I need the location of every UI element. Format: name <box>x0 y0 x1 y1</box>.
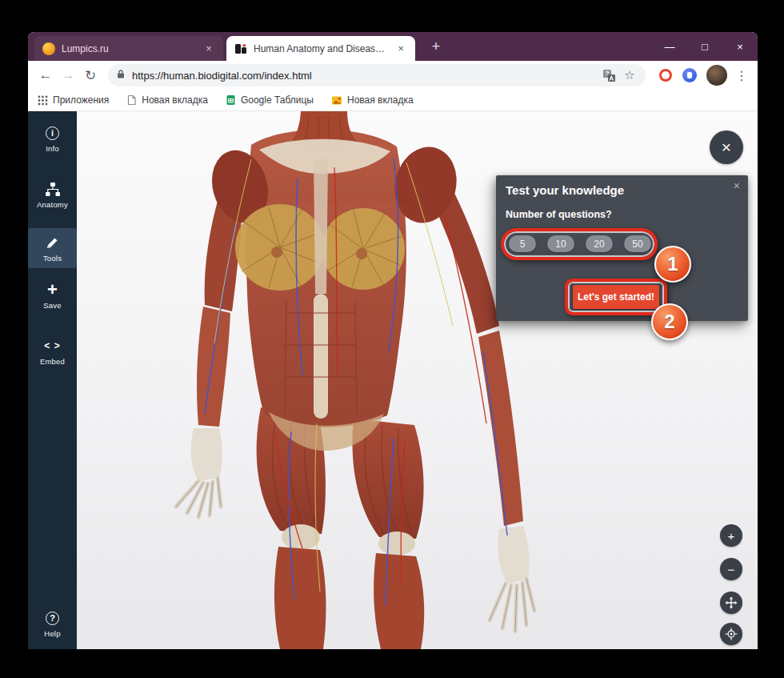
pan-button[interactable] <box>720 592 742 614</box>
minimize-button[interactable]: — <box>652 32 687 61</box>
profile-avatar[interactable] <box>706 65 727 86</box>
bookmark-new-tab-2[interactable]: Новая вкладка <box>331 94 414 106</box>
quiz-dialog: Test your knowledge × Number of question… <box>496 175 748 321</box>
lock-icon <box>116 68 126 82</box>
refresh-button[interactable]: ↻ <box>79 64 102 86</box>
tab-lumpics[interactable]: Lumpics.ru × <box>34 36 223 61</box>
anatomy-viewer[interactable]: × Test your knowledge × Number of questi… <box>77 111 758 649</box>
apps-grid-icon <box>38 95 48 106</box>
browser-toolbar: ← → ↻ https://human.biodigital.com/index… <box>28 61 758 90</box>
sidebar-item-save[interactable]: + Save <box>28 281 77 310</box>
pencil-icon <box>28 234 77 251</box>
quiz-title: Test your knowledge <box>506 183 624 197</box>
info-icon: i <box>46 126 59 140</box>
url-text: https://human.biodigital.com/index.html <box>132 70 596 82</box>
sidebar-item-label: Info <box>28 144 77 153</box>
new-tab-button[interactable]: + <box>425 38 447 56</box>
pan-arrows-icon <box>725 596 738 609</box>
bookmark-label: Новая вкладка <box>347 94 414 106</box>
sidebar-item-label: Embed <box>28 357 77 366</box>
sidebar-item-tools[interactable]: Tools <box>28 228 77 268</box>
tab-close-icon[interactable]: × <box>202 42 215 55</box>
translate-icon[interactable] <box>601 67 617 83</box>
address-bar[interactable]: https://human.biodigital.com/index.html … <box>108 64 646 86</box>
zoom-out-button[interactable]: − <box>720 558 742 580</box>
tab-label: Human Anatomy and Disease in <box>254 43 388 54</box>
forward-button[interactable]: → <box>57 64 79 86</box>
quiz-close-icon[interactable]: × <box>734 179 740 192</box>
center-view-button[interactable] <box>720 623 742 645</box>
option-5[interactable]: 5 <box>509 235 536 252</box>
opera-extension-icon[interactable] <box>655 65 676 86</box>
lumpics-favicon-icon <box>42 42 55 55</box>
maximize-button[interactable]: □ <box>687 32 722 61</box>
bookmark-star-icon[interactable]: ☆ <box>622 67 638 83</box>
help-icon: ? <box>46 612 59 625</box>
zoom-in-button[interactable]: + <box>720 524 742 547</box>
step-badge-2: 2 <box>651 303 688 340</box>
option-20[interactable]: 20 <box>586 235 613 252</box>
bookmark-label: Google Таблицы <box>241 94 314 106</box>
document-icon <box>126 94 137 106</box>
titlebar: Lumpics.ru × Human Anatomy and Disease i… <box>28 32 758 61</box>
bookmark-label: Приложения <box>53 94 109 106</box>
tab-anatomy[interactable]: Human Anatomy and Disease in × <box>226 36 415 61</box>
sidebar-item-label: Tools <box>28 254 77 263</box>
sidebar-item-label: Help <box>28 629 77 638</box>
viewer-close-button[interactable]: × <box>710 130 743 164</box>
code-brackets-icon: < > <box>44 340 60 351</box>
tab-close-icon[interactable]: × <box>394 42 407 55</box>
tab-label: Lumpics.ru <box>62 43 196 54</box>
close-window-button[interactable]: × <box>722 32 758 61</box>
page-content: i Info Anatomy Tools + Sav <box>28 111 758 649</box>
bookmark-apps[interactable]: Приложения <box>38 94 109 106</box>
question-count-options: 5 10 20 50 <box>509 235 651 252</box>
desktop-background: Lumpics.ru × Human Anatomy and Disease i… <box>0 0 784 678</box>
sidebar-item-info[interactable]: i Info <box>28 124 77 153</box>
browser-menu-icon[interactable]: ⋮ <box>732 68 751 83</box>
close-icon: × <box>722 138 731 157</box>
sheets-icon <box>226 94 236 106</box>
bookmark-label: Новая вкладка <box>142 94 208 106</box>
bookmarks-bar: Приложения Новая вкладка Google Таблицы … <box>28 90 758 111</box>
step-badge-1: 1 <box>654 246 691 283</box>
sidebar-item-anatomy[interactable]: Anatomy <box>28 180 77 209</box>
quiz-question: Number of questions? <box>506 209 612 220</box>
option-10[interactable]: 10 <box>547 235 574 252</box>
window-controls: — □ × <box>652 32 758 61</box>
sidebar-item-label: Anatomy <box>28 200 77 209</box>
option-50[interactable]: 50 <box>624 235 651 252</box>
sidebar-item-help[interactable]: ? Help <box>28 609 77 638</box>
biodigital-favicon-icon <box>234 42 247 55</box>
sidebar-item-label: Save <box>28 301 77 310</box>
picture-icon <box>331 95 342 106</box>
shield-extension-icon[interactable] <box>679 65 700 86</box>
sidebar-item-embed[interactable]: < > Embed <box>28 337 77 366</box>
start-quiz-button[interactable]: Let's get started! <box>573 285 659 309</box>
anatomy-tree-icon <box>28 180 77 198</box>
plus-icon: + <box>47 282 58 298</box>
app-sidebar: i Info Anatomy Tools + Sav <box>28 111 77 649</box>
bookmark-new-tab[interactable]: Новая вкладка <box>126 94 208 106</box>
crosshair-icon <box>725 628 738 640</box>
browser-window: Lumpics.ru × Human Anatomy and Disease i… <box>28 32 758 649</box>
back-button[interactable]: ← <box>34 64 57 86</box>
bookmark-google-sheets[interactable]: Google Таблицы <box>226 94 314 106</box>
